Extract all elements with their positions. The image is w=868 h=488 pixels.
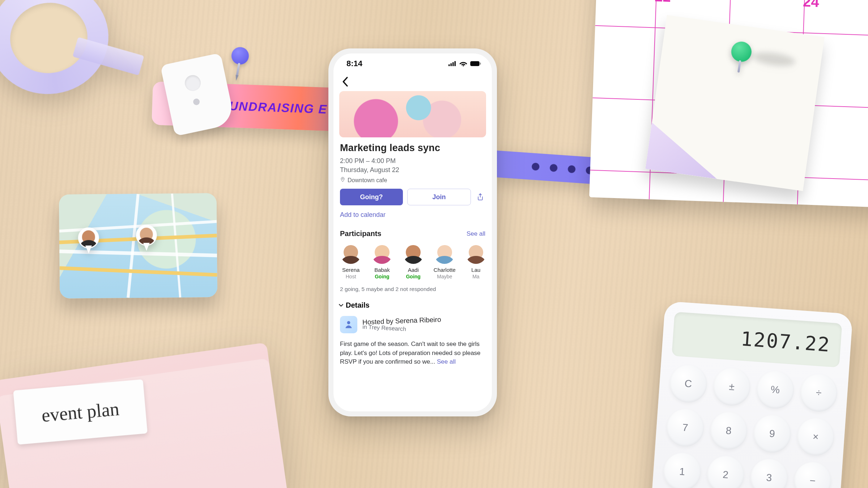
- svg-rect-1: [451, 63, 452, 66]
- calculator-display: 1207.22: [672, 312, 842, 368]
- event-date: Thursday, August 22: [340, 166, 485, 174]
- map-pin-2: [136, 225, 157, 251]
- svg-rect-0: [448, 64, 450, 66]
- avatar: [403, 243, 424, 264]
- participant-name: Charlotte: [434, 267, 456, 273]
- cellular-icon: [448, 61, 456, 66]
- participants-summary: 2 going, 5 maybe and 2 not responded: [333, 279, 492, 292]
- participant-name: Aadi: [408, 267, 419, 273]
- wifi-icon: [459, 61, 467, 67]
- participant-status: Going: [406, 274, 420, 279]
- participants-heading: Participants: [340, 230, 381, 238]
- event-description: First game of the season. Can't wait to …: [333, 333, 492, 367]
- calculator-key[interactable]: 1: [662, 452, 702, 488]
- calculator-key[interactable]: 8: [709, 411, 749, 451]
- desk-scene: FUNDRAISING EVENT event plan 22 24 30: [0, 0, 868, 488]
- participants-see-all[interactable]: See all: [467, 230, 485, 237]
- calendar-number: 22: [655, 0, 671, 5]
- event-time: 2:00 PM – 4:00 PM: [340, 157, 485, 165]
- phone-frame: 8:14: [328, 48, 497, 416]
- tape-roll: [0, 0, 116, 102]
- avatar: [340, 243, 361, 264]
- status-bar: 8:14: [333, 53, 492, 74]
- calculator-key[interactable]: %: [756, 370, 795, 410]
- sticky-note: event plan: [13, 379, 148, 445]
- avatar: [465, 243, 486, 264]
- participant[interactable]: AadiGoing: [403, 243, 424, 279]
- calculator-key[interactable]: 9: [752, 414, 792, 454]
- pinned-note: [645, 15, 825, 191]
- participant[interactable]: LauMa: [465, 243, 487, 279]
- svg-rect-5: [471, 62, 479, 65]
- calculator-key[interactable]: C: [668, 364, 708, 404]
- location-icon: [340, 177, 345, 184]
- participant-status: Host: [346, 274, 356, 279]
- host-avatar: [340, 316, 357, 333]
- calculator-key[interactable]: 3: [749, 458, 789, 488]
- add-to-calendar-link[interactable]: Add to calendar: [340, 211, 386, 218]
- host-org: in Trey Research: [362, 324, 441, 334]
- calculator-key[interactable]: 2: [706, 455, 746, 488]
- calculator-key[interactable]: ±: [712, 367, 752, 407]
- svg-point-7: [347, 321, 350, 324]
- avatar: [371, 243, 392, 264]
- calculator-key[interactable]: ×: [796, 417, 835, 457]
- details-heading: Details: [346, 301, 370, 309]
- calculator: 1207.22 C±%÷789×123−0.+: [649, 301, 853, 488]
- phone-screen: 8:14: [333, 53, 492, 411]
- chevron-down-icon: [339, 301, 344, 309]
- map-pin-1: [78, 227, 99, 254]
- sticky-note-text: event plan: [41, 398, 120, 426]
- participant-status: Maybe: [437, 274, 452, 279]
- back-button[interactable]: [339, 76, 351, 87]
- participant[interactable]: CharlotteMaybe: [434, 243, 456, 279]
- share-button[interactable]: [475, 192, 485, 202]
- calculator-key[interactable]: ÷: [799, 373, 839, 413]
- description-see-all[interactable]: See all: [437, 358, 456, 365]
- participant-name: Babak: [374, 267, 390, 273]
- calendar-number: 24: [803, 0, 820, 10]
- event-title: Marketing leads sync: [340, 142, 485, 154]
- event-hero-image: [339, 91, 486, 137]
- pushpin-green: [728, 40, 753, 79]
- participant-status: Ma: [472, 274, 479, 279]
- participants-row[interactable]: SerenaHostBabakGoingAadiGoingCharlotteMa…: [333, 238, 492, 279]
- avatar: [434, 243, 455, 264]
- calculator-key[interactable]: 7: [665, 408, 705, 448]
- svg-rect-3: [455, 61, 456, 66]
- going-button[interactable]: Going?: [340, 189, 403, 205]
- join-button[interactable]: Join: [407, 189, 471, 205]
- host-row[interactable]: Hosted by Serena Ribeiro in Trey Researc…: [333, 309, 492, 333]
- status-time: 8:14: [346, 59, 362, 68]
- folder: event plan: [0, 342, 288, 488]
- calculator-keypad: C±%÷789×123−0.+: [659, 364, 839, 488]
- details-toggle[interactable]: Details: [333, 292, 492, 309]
- map-card: [59, 193, 217, 299]
- participant-name: Serena: [342, 267, 359, 273]
- participant[interactable]: BabakGoing: [371, 243, 393, 279]
- participant-name: Lau: [471, 267, 480, 273]
- svg-rect-6: [480, 63, 481, 65]
- calculator-key[interactable]: −: [793, 461, 833, 488]
- svg-rect-2: [452, 62, 454, 66]
- battery-icon: [470, 61, 481, 66]
- participant[interactable]: SerenaHost: [340, 243, 362, 279]
- event-location: Downtown cafe: [348, 177, 387, 184]
- participant-status: Going: [375, 274, 389, 279]
